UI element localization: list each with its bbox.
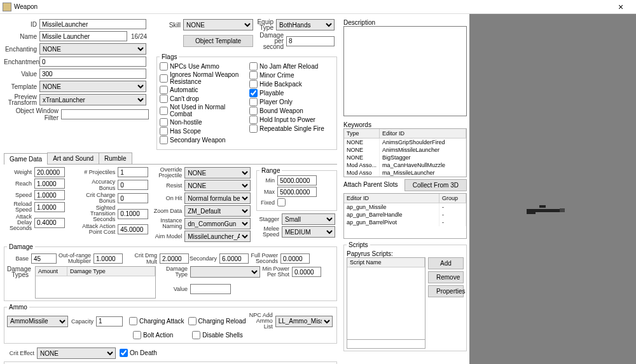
ammo-select[interactable]: AmmoMissile: [7, 316, 68, 327]
flag-checkbox[interactable]: [249, 98, 258, 106]
flag-checkbox[interactable]: [160, 136, 168, 144]
tab-game-data[interactable]: Game Data: [4, 153, 48, 165]
script-properties-button[interactable]: Properties: [428, 285, 464, 297]
flag-checkbox[interactable]: [249, 80, 258, 88]
attack-ap-input[interactable]: [118, 224, 148, 234]
damage-value-input[interactable]: [190, 284, 231, 294]
enchanting-select[interactable]: NONE: [39, 43, 146, 55]
onhit-label: On Hit: [153, 195, 184, 201]
flag-checkbox[interactable]: [160, 62, 168, 71]
table-row[interactable]: NONEAnimsMissileLauncher: [344, 146, 466, 154]
flag-checkbox[interactable]: [249, 116, 258, 124]
crit-effect-select[interactable]: NONE: [37, 347, 116, 359]
scripts-hscroll[interactable]: [347, 340, 425, 349]
flag-checkbox[interactable]: [160, 107, 168, 115]
stagger-select[interactable]: Small: [282, 213, 335, 225]
projectiles-input[interactable]: [118, 167, 148, 177]
flag-checkbox[interactable]: [249, 125, 258, 133]
on-death-checkbox[interactable]: [120, 349, 128, 357]
id-input[interactable]: [39, 19, 146, 29]
full-power-input[interactable]: [280, 253, 310, 264]
charging-attack-checkbox[interactable]: [129, 317, 137, 325]
attack-delay-input[interactable]: [34, 218, 65, 228]
disable-shells-checkbox[interactable]: [192, 331, 200, 339]
enchantment-input[interactable]: [39, 57, 146, 67]
range-min-input[interactable]: [277, 175, 317, 185]
tab-art-sound[interactable]: Art and Sound: [47, 152, 99, 164]
id-label: ID: [4, 21, 39, 28]
reach-input[interactable]: [34, 179, 65, 189]
damage-legend: Damage: [7, 243, 35, 250]
min-power-input[interactable]: [292, 267, 321, 277]
script-remove-button[interactable]: Remove: [428, 271, 464, 283]
sighted-trans-input[interactable]: [118, 209, 148, 219]
name-input[interactable]: [39, 31, 127, 41]
damage-types-table[interactable]: AmountDamage Type: [35, 266, 156, 299]
min-power-label: Min Power Per Shot: [260, 266, 292, 278]
flag-checkbox[interactable]: [160, 95, 168, 103]
ammo-legend: Ammo: [7, 304, 29, 311]
tab-rumble[interactable]: Rumble: [99, 152, 132, 164]
preview-transform-select[interactable]: xTranLauncher: [39, 94, 146, 105]
flag-checkbox[interactable]: [160, 86, 168, 94]
object-template-button[interactable]: Object Template: [183, 35, 253, 47]
flag-checkbox[interactable]: [249, 71, 258, 79]
secondary-input[interactable]: [219, 253, 249, 264]
table-row[interactable]: NONEBigStagger: [344, 154, 466, 161]
onhit-select[interactable]: Normal formula behavior: [184, 192, 251, 204]
description-textarea[interactable]: [343, 26, 467, 116]
equip-type-select[interactable]: BothHands: [276, 19, 335, 30]
range-max-input[interactable]: [277, 187, 317, 197]
range-fixed-checkbox[interactable]: [277, 198, 286, 206]
keywords-table[interactable]: TypeEditor ID NONEAnimsGripShoulderFired…: [343, 128, 467, 177]
preview-3d[interactable]: [469, 14, 636, 364]
resist-select[interactable]: NONE: [184, 180, 251, 191]
table-row[interactable]: ap_gun_BarrelHandle-: [344, 211, 466, 219]
charging-reload-checkbox[interactable]: [188, 317, 197, 325]
capacity-input[interactable]: [96, 316, 123, 327]
close-button[interactable]: ×: [608, 2, 633, 12]
tabs-bar: Game Data Art and Sound Rumble: [4, 152, 337, 165]
weight-input[interactable]: [34, 167, 65, 177]
table-row[interactable]: ap_gun_Missile-: [344, 203, 466, 211]
flag-checkbox[interactable]: [249, 89, 258, 97]
table-row[interactable]: Mod Assoma_MissileLauncher: [344, 169, 466, 177]
oor-input[interactable]: [93, 253, 123, 264]
damage-base-input[interactable]: [31, 253, 57, 264]
flag-checkbox[interactable]: [249, 62, 258, 71]
reload-speed-input[interactable]: [34, 202, 65, 212]
accuracy-input[interactable]: [118, 180, 148, 190]
dps-input[interactable]: [286, 36, 335, 46]
override-proj-select[interactable]: NONE: [184, 167, 251, 179]
speed-input[interactable]: [34, 190, 65, 200]
bolt-action-checkbox[interactable]: [133, 331, 141, 339]
stagger-label: Stagger: [256, 216, 282, 222]
flag-checkbox[interactable]: [249, 107, 258, 115]
aim-model-select[interactable]: MissileLauncher_AM: [184, 231, 251, 242]
instance-naming-label: Instance Naming: [153, 218, 184, 229]
flag-label: Automatic: [170, 86, 198, 93]
template-select[interactable]: NONE: [39, 81, 146, 92]
value-input[interactable]: [39, 69, 146, 79]
npc-add-select[interactable]: LL_Ammo_Missile: [275, 316, 333, 327]
zoom-select[interactable]: ZM_Default: [184, 205, 251, 217]
scripts-list[interactable]: Script Name: [347, 257, 425, 340]
crit-mult-input[interactable]: [160, 253, 189, 264]
script-add-button[interactable]: Add: [428, 257, 464, 269]
owf-input[interactable]: [61, 109, 149, 119]
table-row[interactable]: NONEAnimsGripShoulderFired: [344, 138, 466, 146]
flag-checkbox[interactable]: [160, 127, 168, 135]
flag-checkbox[interactable]: [160, 74, 168, 83]
table-row[interactable]: ap_gun_BarrelPivot-: [344, 219, 466, 226]
scripts-legend: Scripts: [347, 241, 370, 248]
crit-charge-input[interactable]: [118, 193, 148, 203]
flag-checkbox[interactable]: [160, 118, 168, 126]
resist-label: Resist: [153, 182, 184, 189]
damage-type-select[interactable]: [190, 266, 260, 278]
skill-select[interactable]: NONE: [183, 19, 253, 30]
melee-speed-select[interactable]: MEDIUM: [282, 226, 335, 238]
collect-from-3d-button[interactable]: Collect From 3D: [404, 179, 467, 191]
table-row[interactable]: Mod Asso...ma_CanHaveNullMuzzle: [344, 161, 466, 169]
instance-naming-select[interactable]: dn_CommonGun: [184, 218, 251, 229]
attach-slots-table[interactable]: Editor IDGroup ap_gun_Missile-ap_gun_Bar…: [343, 193, 467, 239]
